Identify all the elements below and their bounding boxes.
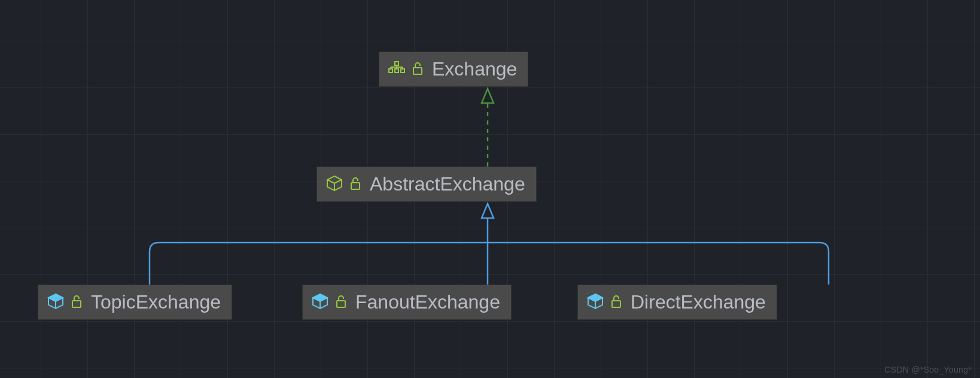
class-icon	[311, 292, 329, 313]
unlock-icon	[412, 61, 424, 78]
svg-rect-15	[413, 68, 422, 74]
node-label: AbstractExchange	[370, 173, 525, 195]
unlock-icon	[349, 176, 361, 193]
node-label: DirectExchange	[631, 291, 766, 313]
unlock-icon	[335, 294, 347, 311]
node-label: FanoutExchange	[355, 291, 500, 313]
icon-group	[325, 174, 361, 195]
icon-group	[47, 292, 83, 313]
icon-group	[586, 292, 622, 313]
svg-rect-7	[395, 62, 398, 65]
node-topic-exchange[interactable]: TopicExchange	[38, 285, 232, 320]
class-icon	[47, 292, 65, 313]
abstract-class-icon	[325, 174, 343, 195]
watermark: CSDN @*Soo_Young*	[884, 365, 972, 374]
class-icon	[586, 292, 604, 313]
svg-rect-21	[337, 301, 345, 307]
svg-rect-8	[389, 69, 392, 72]
svg-rect-10	[401, 69, 404, 72]
svg-rect-23	[612, 301, 620, 307]
icon-group	[311, 292, 347, 313]
svg-rect-19	[72, 301, 81, 307]
svg-rect-9	[395, 69, 398, 72]
node-direct-exchange[interactable]: DirectExchange	[577, 285, 777, 320]
svg-rect-17	[351, 183, 360, 189]
node-fanout-exchange[interactable]: FanoutExchange	[302, 285, 512, 320]
node-label: TopicExchange	[91, 291, 221, 313]
interface-icon	[388, 61, 406, 78]
node-abstract-exchange[interactable]: AbstractExchange	[316, 167, 537, 202]
node-label: Exchange	[432, 58, 517, 80]
unlock-icon	[71, 294, 83, 311]
icon-group	[388, 61, 424, 78]
node-exchange[interactable]: Exchange	[379, 52, 528, 87]
unlock-icon	[610, 294, 622, 311]
